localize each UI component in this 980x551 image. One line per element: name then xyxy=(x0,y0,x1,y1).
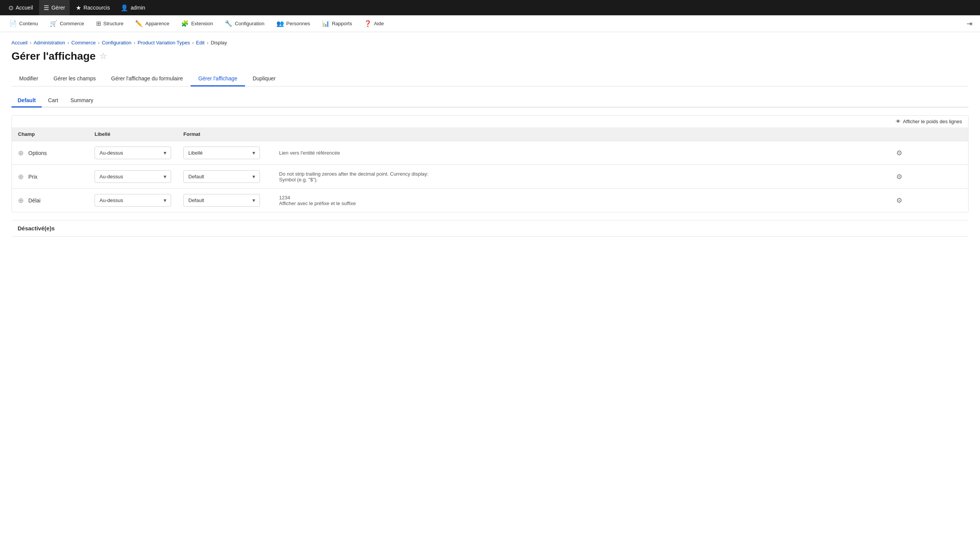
tab-modifier[interactable]: Modifier xyxy=(11,72,46,86)
primary-tabs: Modifier Gérer les champs Gérer l'affich… xyxy=(11,72,969,86)
tab-dupliquer[interactable]: Dupliquer xyxy=(245,72,283,86)
format-select-prix[interactable]: Default Libellé Autre xyxy=(183,170,260,183)
field-actions-options: ⚙ xyxy=(889,141,968,165)
page-title: Gérer l'affichage xyxy=(11,50,96,62)
nav-personnes[interactable]: 👥 Personnes xyxy=(271,15,316,32)
bookmark-icon[interactable]: ☆ xyxy=(100,51,107,61)
nav-configuration-label: Configuration xyxy=(235,21,264,26)
nav-right: ⇥ xyxy=(962,17,976,31)
nav-configuration[interactable]: 🔧 Configuration xyxy=(219,15,270,32)
nav-raccourcis-label: Raccourcis xyxy=(83,5,110,11)
nav-structure-label: Structure xyxy=(103,21,124,26)
drag-handle-options[interactable]: ⊕ xyxy=(18,149,24,157)
field-name-delai: ⊕ Délai xyxy=(12,189,88,212)
commerce-icon: 🛒 xyxy=(50,20,57,27)
drag-handle-prix[interactable]: ⊕ xyxy=(18,173,24,181)
field-desc-delai: 1234Afficher avec le préfixe et le suffi… xyxy=(273,189,889,212)
breadcrumb-commerce[interactable]: Commerce xyxy=(71,40,96,46)
nav-apparence[interactable]: ✏️ Apparence xyxy=(130,15,175,32)
breadcrumb-accueil[interactable]: Accueil xyxy=(11,40,28,46)
table-row: ⊕ Options Au-dessus En dessous Masqué ▼ xyxy=(12,141,968,165)
page-title-container: Gérer l'affichage ☆ xyxy=(11,50,969,62)
breadcrumb-sep-5: › xyxy=(192,40,194,46)
table-row: ⊕ Prix Au-dessus En dessous Masqué ▼ xyxy=(12,165,968,189)
structure-icon: ⊞ xyxy=(96,20,101,27)
breadcrumb-edit[interactable]: Edit xyxy=(196,40,204,46)
eye-icon: 👁 xyxy=(896,119,901,124)
apparence-icon: ✏️ xyxy=(135,20,143,27)
field-libelle-delai: Au-dessus En dessous Masqué ▼ xyxy=(88,189,177,212)
nav-aide-label: Aide xyxy=(374,21,384,26)
field-desc-text-delai: 1234Afficher avec le préfixe et le suffi… xyxy=(279,195,432,206)
nav-aide[interactable]: ❓ Aide xyxy=(359,15,390,32)
field-libelle-options: Au-dessus En dessous Masqué ▼ xyxy=(88,141,177,165)
format-select-delai[interactable]: Default Libellé Autre xyxy=(183,194,260,207)
libelle-select-prix[interactable]: Au-dessus En dessous Masqué xyxy=(95,170,171,183)
help-icon: ❓ xyxy=(364,20,372,27)
star-icon: ★ xyxy=(76,4,81,11)
field-desc-text-prix: Do not strip trailing zeroes after the d… xyxy=(279,171,432,183)
drag-handle-delai[interactable]: ⊕ xyxy=(18,196,24,205)
field-desc-prix: Do not strip trailing zeroes after the d… xyxy=(273,165,889,189)
nav-commerce-label: Commerce xyxy=(60,21,84,26)
tab-gerer-affichage[interactable]: Gérer l'affichage xyxy=(191,72,245,86)
breadcrumb-sep-6: › xyxy=(207,40,208,46)
breadcrumb-product-variation-types[interactable]: Product Variation Types xyxy=(137,40,190,46)
breadcrumb: Accueil › Administration › Commerce › Co… xyxy=(11,40,969,46)
config-icon: 🔧 xyxy=(225,20,232,27)
top-navigation: ⊙ Accueil ☰ Gérer ★ Raccourcis 👤 admin xyxy=(0,0,980,15)
breadcrumb-sep-4: › xyxy=(134,40,135,46)
main-content: Accueil › Administration › Commerce › Co… xyxy=(0,32,980,551)
libelle-select-delai[interactable]: Au-dessus En dessous Masqué xyxy=(95,194,171,207)
gear-button-prix[interactable]: ⚙ xyxy=(895,171,904,183)
field-label-delai: Délai xyxy=(28,197,41,204)
disabled-section: Désactivé(e)s xyxy=(11,220,969,236)
field-format-delai: Default Libellé Autre ▼ xyxy=(177,189,273,212)
extension-icon: 🧩 xyxy=(181,20,189,27)
field-name-prix: ⊕ Prix xyxy=(12,165,88,189)
secondary-navigation: 📄 Contenu 🛒 Commerce ⊞ Structure ✏️ Appa… xyxy=(0,15,980,32)
show-weights-link[interactable]: 👁 Afficher le poids des lignes xyxy=(896,119,962,124)
tab-summary[interactable]: Summary xyxy=(64,94,100,108)
nav-structure[interactable]: ⊞ Structure xyxy=(91,15,129,32)
field-desc-text-options: Lien vers l'entité référencée xyxy=(279,150,432,156)
field-format-options: Libellé Default Autre ▼ xyxy=(177,141,273,165)
tab-cart[interactable]: Cart xyxy=(42,94,64,108)
tab-gerer-affichage-formulaire[interactable]: Gérer l'affichage du formulaire xyxy=(103,72,191,86)
nav-commerce[interactable]: 🛒 Commerce xyxy=(44,15,90,32)
nav-rapports[interactable]: 📊 Rapports xyxy=(317,15,358,32)
field-name-options: ⊕ Options xyxy=(12,141,88,165)
nav-contenu[interactable]: 📄 Contenu xyxy=(4,15,44,32)
tab-default[interactable]: Default xyxy=(11,94,42,108)
breadcrumb-display: Display xyxy=(211,40,227,46)
field-actions-prix: ⚙ xyxy=(889,165,968,189)
fields-table: Champ Libellé Format ⊕ Options xyxy=(12,127,968,212)
format-select-options[interactable]: Libellé Default Autre xyxy=(183,147,260,159)
nav-contenu-label: Contenu xyxy=(19,21,38,26)
nav-toggle-btn[interactable]: ⇥ xyxy=(962,17,976,31)
nav-gerer[interactable]: ☰ Gérer xyxy=(39,0,70,15)
nav-accueil[interactable]: ⊙ Accueil xyxy=(4,0,38,15)
nav-admin[interactable]: 👤 admin xyxy=(116,0,150,15)
th-actions xyxy=(889,127,968,141)
people-icon: 👥 xyxy=(276,20,284,27)
nav-raccourcis[interactable]: ★ Raccourcis xyxy=(71,0,114,15)
disabled-label: Désactivé(e)s xyxy=(18,225,55,231)
gear-button-delai[interactable]: ⚙ xyxy=(895,195,904,206)
menu-icon: ☰ xyxy=(44,4,49,11)
table-row: ⊕ Délai Au-dessus En dessous Masqué ▼ xyxy=(12,189,968,212)
field-label-options: Options xyxy=(28,150,47,156)
breadcrumb-sep-2: › xyxy=(67,40,69,46)
breadcrumb-configuration[interactable]: Configuration xyxy=(102,40,131,46)
libelle-select-options[interactable]: Au-dessus En dessous Masqué xyxy=(95,147,171,159)
nav-personnes-label: Personnes xyxy=(286,21,310,26)
gear-button-options[interactable]: ⚙ xyxy=(895,147,904,159)
field-actions-delai: ⚙ xyxy=(889,189,968,212)
nav-admin-label: admin xyxy=(131,5,145,11)
breadcrumb-admin[interactable]: Administration xyxy=(34,40,65,46)
content-icon: 📄 xyxy=(9,20,17,27)
show-weights-label: Afficher le poids des lignes xyxy=(903,119,962,124)
tab-gerer-champs[interactable]: Gérer les champs xyxy=(46,72,103,86)
field-libelle-prix: Au-dessus En dessous Masqué ▼ xyxy=(88,165,177,189)
nav-extension[interactable]: 🧩 Extension xyxy=(176,15,219,32)
